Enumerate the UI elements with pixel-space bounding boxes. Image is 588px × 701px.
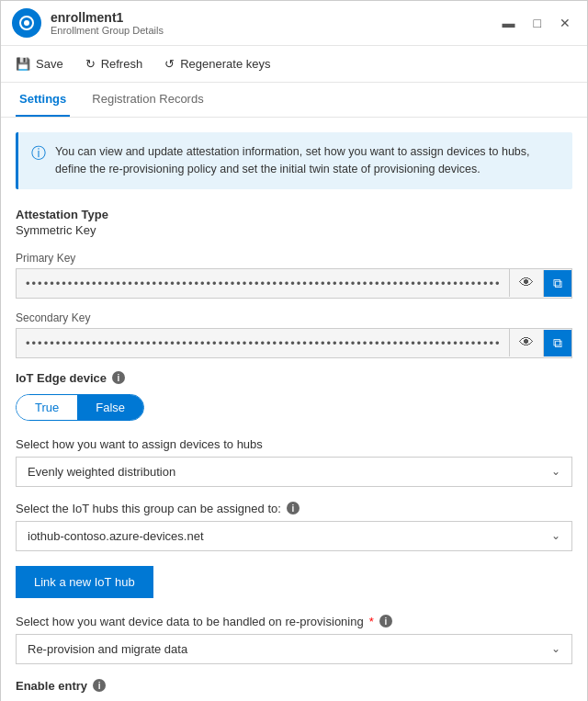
reprovisioning-label-row: Select how you want device data to be ha… [16,615,572,628]
iot-hubs-label: Select the IoT hubs this group can be as… [16,502,281,515]
link-new-iot-hub-button[interactable]: Link a new IoT hub [16,566,153,598]
iot-edge-info-icon: i [112,371,125,384]
iot-edge-false-button[interactable]: False [77,395,143,420]
title-controls[interactable]: ▬ □ ✕ [497,14,576,32]
reprovisioning-label: Select how you want device data to be ha… [16,615,364,628]
enable-entry-info-icon: i [93,679,106,692]
iot-edge-true-button[interactable]: True [17,395,77,420]
reprovisioning-dropdown[interactable]: Re-provision and migrate data ⌄ [16,634,572,664]
primary-key-field: 👁 ⧉ [16,268,572,299]
window-title: enrollment1 [51,10,164,25]
attestation-label: Attestation Type [16,208,572,221]
iot-hubs-chevron-icon: ⌄ [551,529,560,542]
primary-key-input[interactable] [17,269,509,298]
reprovisioning-value: Re-provision and migrate data [28,642,187,656]
primary-key-label: Primary Key [16,252,572,265]
tab-settings[interactable]: Settings [16,83,70,117]
secondary-key-input[interactable] [17,329,509,357]
secondary-key-label: Secondary Key [16,311,572,324]
copy-icon: ⧉ [553,276,562,290]
primary-key-copy-button[interactable]: ⧉ [543,270,571,297]
tab-registration-records[interactable]: Registration Records [88,83,207,117]
assign-method-dropdown[interactable]: Evenly weighted distribution ⌄ [16,457,572,487]
iot-edge-label: IoT Edge device [16,371,107,385]
info-box: ⓘ You can view and update attestation in… [16,132,572,189]
required-star: * [369,615,374,628]
reprovisioning-info-icon: i [379,615,392,628]
title-text: enrollment1 Enrollment Group Details [51,10,164,36]
regenerate-label: Regenerate keys [180,57,270,71]
window-subtitle: Enrollment Group Details [51,25,164,36]
info-text: You can view and update attestation info… [55,143,560,178]
app-icon [12,8,41,38]
secondary-key-copy-button[interactable]: ⧉ [543,330,571,356]
iot-hubs-info-icon: i [287,502,300,514]
copy-icon-2: ⧉ [553,335,562,350]
eye-icon-2: 👁 [519,334,534,350]
refresh-button[interactable]: ↻ Refresh [85,53,143,74]
assign-method-value: Evenly weighted distribution [28,465,175,479]
secondary-key-eye-button[interactable]: 👁 [509,329,543,356]
tabs: Settings Registration Records [1,83,587,118]
assign-method-label: Select how you want to assign devices to… [16,437,572,451]
save-label: Save [36,57,63,71]
regenerate-button[interactable]: ↺ Regenerate keys [164,53,270,74]
minimize-button[interactable]: ▬ [497,14,521,32]
attestation-value: Symmetric Key [16,223,572,237]
primary-key-eye-button[interactable]: 👁 [509,269,543,297]
iot-hubs-label-row: Select the IoT hubs this group can be as… [16,502,572,515]
iot-edge-label-row: IoT Edge device i [16,371,572,385]
secondary-key-field: 👁 ⧉ [16,328,572,358]
assign-method-chevron-icon: ⌄ [551,465,560,478]
title-left: enrollment1 Enrollment Group Details [12,8,164,38]
save-button[interactable]: 💾 Save [16,53,63,74]
toolbar: 💾 Save ↻ Refresh ↺ Regenerate keys [1,46,587,83]
svg-point-1 [24,20,29,26]
reprovisioning-chevron-icon: ⌄ [551,642,560,655]
iot-edge-toggle-group[interactable]: True False [16,394,144,421]
enable-entry-label-row: Enable entry i [16,679,572,693]
title-bar: enrollment1 Enrollment Group Details ▬ □… [1,1,587,46]
info-icon: ⓘ [31,144,46,178]
attestation-section: Attestation Type Symmetric Key [16,208,572,237]
maximize-button[interactable]: □ [528,14,547,32]
iot-hubs-value: iothub-contoso.azure-devices.net [28,529,204,543]
enable-entry-label: Enable entry [16,679,87,693]
regenerate-icon: ↺ [164,57,175,71]
content-area: ⓘ You can view and update attestation in… [1,118,587,701]
iot-hubs-dropdown[interactable]: iothub-contoso.azure-devices.net ⌄ [16,521,572,551]
refresh-icon: ↻ [85,57,96,71]
close-button[interactable]: ✕ [554,14,576,32]
save-icon: 💾 [16,57,30,71]
eye-icon: 👁 [519,275,534,290]
refresh-label: Refresh [101,57,143,71]
